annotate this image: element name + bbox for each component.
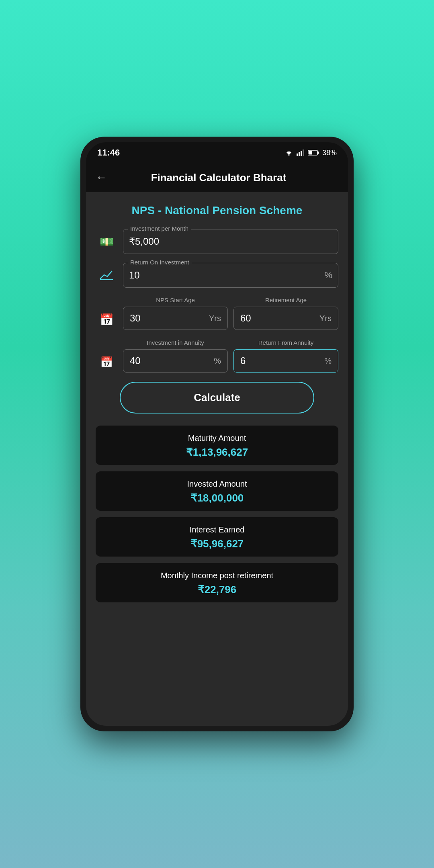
- monthly-income-label: Monthly Income post retirement: [104, 571, 330, 580]
- annuity-section: 📅 Investment in Annuity % Return From An…: [96, 339, 338, 373]
- phone-screen: 11:46 38%: [86, 142, 348, 726]
- annuity-invest-wrapper: Investment in Annuity %: [123, 339, 228, 373]
- back-button[interactable]: ←: [96, 171, 107, 184]
- calculate-button[interactable]: Calculate: [120, 382, 314, 414]
- maturity-value: ₹1,13,96,627: [104, 446, 330, 459]
- signal-icon: [297, 149, 305, 156]
- investment-label: Investment per Month: [128, 225, 191, 232]
- roi-input-box: %: [123, 263, 338, 288]
- interest-value: ₹95,96,627: [104, 538, 330, 550]
- status-time: 11:46: [97, 147, 120, 158]
- start-age-box: Yrs: [123, 307, 228, 330]
- annuity-invest-box: %: [123, 349, 228, 373]
- app-title: Financial Calculator Bharat: [115, 172, 322, 184]
- investment-input[interactable]: [123, 229, 338, 254]
- invested-value: ₹18,00,000: [104, 492, 330, 504]
- retirement-age-input[interactable]: [240, 313, 319, 324]
- svg-rect-4: [299, 152, 300, 156]
- annuity-return-label: Return From Annuity: [233, 339, 338, 346]
- money-icon: 💵: [96, 231, 117, 252]
- trend-icon: [99, 269, 114, 281]
- wifi-icon: [285, 149, 293, 156]
- roi-suffix: %: [324, 270, 332, 280]
- investment-row: 💵 Investment per Month: [96, 229, 338, 254]
- content-area: NPS - National Pension Scheme 💵 Investme…: [86, 192, 348, 726]
- annuity-return-suffix: %: [324, 356, 332, 366]
- age-section: 📅 NPS Start Age Yrs Retirement Age Yrs: [96, 297, 338, 330]
- battery-level: 38%: [322, 149, 337, 157]
- svg-point-2: [288, 155, 289, 156]
- top-bar: ← Financial Calculator Bharat: [86, 163, 348, 192]
- roi-row: Return On Investment %: [96, 263, 338, 288]
- annuity-icon: 📅: [96, 351, 117, 373]
- investment-field-wrapper: Investment per Month: [123, 229, 338, 254]
- svg-rect-3: [297, 154, 298, 156]
- retirement-age-box: Yrs: [233, 307, 338, 330]
- start-age-label: NPS Start Age: [123, 297, 228, 303]
- monthly-income-value: ₹22,796: [104, 583, 330, 596]
- status-bar: 11:46 38%: [86, 142, 348, 163]
- start-age-input[interactable]: [130, 313, 209, 324]
- retirement-age-suffix: Yrs: [319, 314, 332, 323]
- phone-device: 11:46 38%: [80, 137, 354, 731]
- chart-icon: [96, 264, 117, 286]
- page-title: NPS - National Pension Scheme: [96, 204, 338, 217]
- roi-label: Return On Investment: [128, 259, 192, 266]
- svg-rect-5: [301, 151, 302, 156]
- svg-rect-9: [317, 151, 319, 154]
- svg-rect-8: [308, 151, 312, 155]
- calendar-icon: 📅: [96, 309, 117, 330]
- interest-label: Interest Earned: [104, 525, 330, 534]
- invested-card: Invested Amount ₹18,00,000: [96, 471, 338, 511]
- annuity-invest-label: Investment in Annuity: [123, 339, 228, 346]
- monthly-income-card: Monthly Income post retirement ₹22,796: [96, 563, 338, 602]
- status-icons: 38%: [285, 149, 337, 157]
- annuity-return-box: %: [233, 349, 338, 373]
- start-age-suffix: Yrs: [209, 314, 221, 323]
- roi-field-wrapper: Return On Investment %: [123, 263, 338, 288]
- start-age-wrapper: NPS Start Age Yrs: [123, 297, 228, 330]
- annuity-return-input[interactable]: [240, 355, 324, 366]
- maturity-card: Maturity Amount ₹1,13,96,627: [96, 426, 338, 465]
- retirement-age-wrapper: Retirement Age Yrs: [233, 297, 338, 330]
- roi-input[interactable]: [129, 263, 321, 287]
- battery-icon: [308, 149, 319, 156]
- svg-rect-6: [303, 149, 304, 156]
- interest-card: Interest Earned ₹95,96,627: [96, 517, 338, 557]
- annuity-return-wrapper: Return From Annuity %: [233, 339, 338, 373]
- invested-label: Invested Amount: [104, 479, 330, 489]
- annuity-invest-suffix: %: [214, 356, 221, 366]
- maturity-label: Maturity Amount: [104, 434, 330, 443]
- annuity-invest-input[interactable]: [130, 355, 214, 366]
- retirement-age-label: Retirement Age: [233, 297, 338, 303]
